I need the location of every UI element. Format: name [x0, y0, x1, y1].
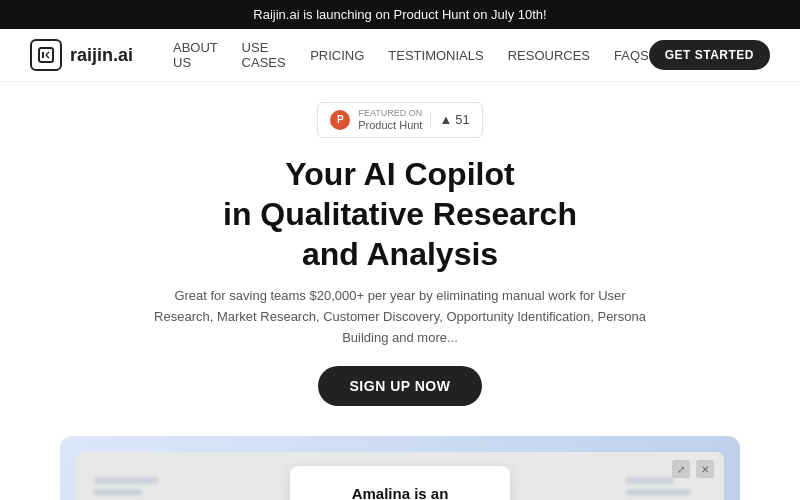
ph-arrow: ▲ [439, 112, 452, 127]
demo-center-card: Amalina is an overworked Product Designe… [290, 466, 510, 500]
hero-subtitle: Great for saving teams $20,000+ per year… [150, 286, 650, 348]
nav-link-about[interactable]: ABOUT US [173, 40, 218, 70]
demo-wrapper: ⤢ ✕ Amalina is an overworked Product Des… [60, 436, 740, 500]
product-hunt-badge[interactable]: P FEATURED ON Product Hunt ▲ 51 [317, 102, 483, 138]
demo-right-column [626, 477, 706, 500]
hero-title: Your AI Copilot in Qualitative Research … [20, 154, 780, 274]
navbar: raijin.ai ABOUT US USE CASES PRICING TES… [0, 29, 800, 82]
ph-count: ▲ 51 [430, 112, 469, 127]
nav-link-faqs[interactable]: FAQS [614, 48, 649, 63]
nav-link-usecases[interactable]: USE CASES [242, 40, 287, 70]
get-started-button[interactable]: GET STARTED [649, 40, 770, 70]
demo-expand-button[interactable]: ⤢ [672, 460, 690, 478]
demo-left-column [94, 477, 174, 500]
announcement-banner: Raijin.ai is launching on Product Hunt o… [0, 0, 800, 29]
ph-logo-icon: P [330, 110, 350, 130]
logo-icon [30, 39, 62, 71]
demo-controls: ⤢ ✕ [672, 460, 714, 478]
nav-links: ABOUT US USE CASES PRICING TESTIMONIALS … [173, 40, 649, 70]
banner-text: Raijin.ai is launching on Product Hunt o… [253, 7, 546, 22]
hero-section: P FEATURED ON Product Hunt ▲ 51 Your AI … [0, 82, 800, 436]
logo-text: raijin.ai [70, 45, 133, 66]
demo-inner: ⤢ ✕ Amalina is an overworked Product Des… [76, 452, 724, 500]
demo-card-title: Amalina is an overworked Product Designe… [310, 484, 490, 500]
signup-button[interactable]: SIGN UP NOW [318, 366, 483, 406]
ph-text: FEATURED ON Product Hunt [358, 108, 422, 132]
svg-line-3 [46, 55, 49, 58]
demo-close-button[interactable]: ✕ [696, 460, 714, 478]
nav-link-resources[interactable]: RESOURCES [508, 48, 590, 63]
logo-area[interactable]: raijin.ai [30, 39, 133, 71]
nav-link-testimonials[interactable]: TESTIMONIALS [388, 48, 483, 63]
nav-link-pricing[interactable]: PRICING [310, 48, 364, 63]
